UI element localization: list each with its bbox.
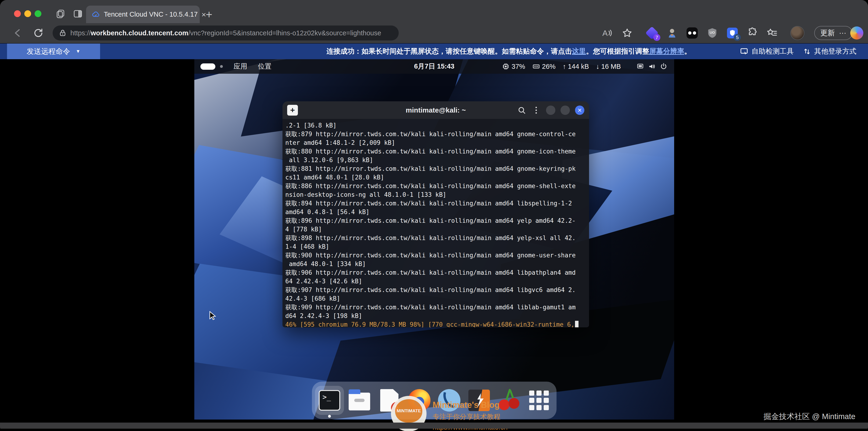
new-tab-button[interactable]: + <box>206 8 212 21</box>
dock-app-grid-icon[interactable] <box>527 389 551 412</box>
close-tab-icon[interactable]: × <box>202 10 206 19</box>
address-bar[interactable]: https://workbench.cloud.tencent.com/vnc?… <box>53 26 399 40</box>
terminal-line: 获取:907 http://mirror.twds.com.tw/kali ka… <box>285 286 586 294</box>
net-down-indicator[interactable]: ↓ 16 MB <box>596 63 621 70</box>
memory-icon <box>532 62 540 70</box>
refresh-icon[interactable] <box>33 27 44 38</box>
resolution-link[interactable]: 屏幕分辨率 <box>649 47 684 56</box>
favorite-star-icon[interactable] <box>622 27 633 38</box>
copilot-icon[interactable] <box>850 26 863 39</box>
apt-progress-line: 46% [595 chromium 76.9 MB/78.3 MB 98%] [… <box>285 320 586 327</box>
extension-bitwarden-icon[interactable]: 5 <box>726 27 739 39</box>
terminal-line: .2-1 [36.8 kB] <box>285 121 586 130</box>
workspace-dot[interactable] <box>220 65 223 68</box>
profile-avatar[interactable] <box>790 26 804 40</box>
read-aloud-icon[interactable]: A <box>601 27 613 38</box>
extension-badge: 5 <box>734 34 741 41</box>
vnc-viewport[interactable]: 应用 位置 6月7日 15:43 37% 26% ↑ 144 kB ↓ <box>194 59 674 420</box>
extension-dark-icon[interactable] <box>686 27 698 39</box>
tab-title: Tencent Cloud VNC - 10.5.4.17 <box>104 10 197 18</box>
terminal-line: 64 2.42.4-3 [42.6 kB] <box>285 277 586 286</box>
terminal-cursor <box>575 321 579 327</box>
send-remote-command-button[interactable]: 发送远程命令 ▼ <box>7 44 100 59</box>
net-up-indicator[interactable]: ↑ 144 kB <box>563 63 589 70</box>
terminal-line: 42.4-3 [686 kB] <box>285 294 586 303</box>
tencent-cloud-favicon <box>91 10 100 19</box>
terminal-line: amd64 48.0-1 [334 kB] <box>285 260 586 268</box>
terminal-line: d64 2.42.4-3 [198 kB] <box>285 312 586 320</box>
extension-ublock-icon[interactable]: UO <box>706 27 718 39</box>
collections-icon[interactable] <box>766 27 777 38</box>
back-icon[interactable] <box>12 27 23 38</box>
juejin-credit: 掘金技术社区 @ Mintimate <box>764 411 856 422</box>
terminal-window[interactable]: + mintimate@kali: ~ × .2-1 [36.8 kB]获取:8… <box>282 101 589 327</box>
chevron-down-icon: ▼ <box>76 49 81 54</box>
terminal-line: 获取:879 http://mirror.twds.com.tw/kali ka… <box>285 130 586 139</box>
cpu-indicator[interactable]: 37% <box>502 62 525 70</box>
terminal-title: mintimate@kali: ~ <box>406 106 466 114</box>
volume-icon[interactable] <box>648 62 656 70</box>
terminal-line: 获取:886 http://mirror.twds.com.tw/kali ka… <box>285 182 586 191</box>
terminal-line: 获取:881 http://mirror.twds.com.tw/kali ka… <box>285 165 586 173</box>
running-indicator-dot <box>328 415 331 418</box>
paste-here-link[interactable]: 这里 <box>572 47 586 56</box>
url-text: https://workbench.cloud.tencent.com/vnc?… <box>70 29 381 37</box>
svg-text:UO: UO <box>710 30 715 34</box>
update-label: 更新 <box>820 28 835 38</box>
terminal-new-tab-icon[interactable]: + <box>287 105 298 116</box>
search-icon[interactable] <box>517 106 526 115</box>
terminal-line: amd64 0.4.8-1 [56.4 kB] <box>285 208 586 217</box>
browser-toolbar: https://workbench.cloud.tencent.com/vnc?… <box>0 23 868 43</box>
extensions-puzzle-icon[interactable] <box>746 27 757 38</box>
connection-banner: 发送远程命令 ▼ 连接成功：如果长时间处于黑屏状态，请按任意键唤醒。如需粘贴命令… <box>0 44 868 59</box>
up-arrow-icon: ↑ <box>563 63 566 70</box>
terminal-line: nsion-desktop-icons-ng all 48.1.0-1 [133… <box>285 191 586 199</box>
terminal-line: 获取:880 http://mirror.twds.com.tw/kali ka… <box>285 147 586 156</box>
terminal-output[interactable]: .2-1 [36.8 kB]获取:879 http://mirror.twds.… <box>282 119 589 327</box>
terminal-line: nter amd64 1:48.1-2 [2,009 kB] <box>285 139 586 147</box>
dock-files-icon[interactable] <box>348 389 371 412</box>
more-menu-icon[interactable]: ··· <box>839 29 846 37</box>
kali-activities-pill[interactable] <box>200 63 215 70</box>
switch-icon <box>803 48 811 55</box>
connection-message: 连接成功：如果长时间处于黑屏状态，请按任意键唤醒。如需粘贴命令，请点击这里。您可… <box>327 44 691 59</box>
terminal-line: all 3.12.0-6 [9,863 kB] <box>285 156 586 165</box>
tab-bar: Tencent Cloud VNC - 10.5.4.17 × + <box>0 0 868 23</box>
minimize-button[interactable] <box>546 106 555 115</box>
zoom-window-button[interactable] <box>35 10 41 17</box>
extension-monkey-icon[interactable] <box>666 27 678 39</box>
self-check-tool-button[interactable]: 自助检测工具 <box>740 47 794 56</box>
cpu-icon <box>502 62 510 70</box>
memory-indicator[interactable]: 26% <box>532 62 556 70</box>
svg-text:A: A <box>602 29 608 37</box>
close-button[interactable]: × <box>575 106 584 115</box>
display-icon[interactable] <box>636 62 644 70</box>
power-icon[interactable] <box>660 62 668 70</box>
maximize-button[interactable] <box>560 106 570 115</box>
sidebar-toggle-icon[interactable] <box>73 9 83 19</box>
update-button[interactable]: 更新 ··· <box>814 26 852 40</box>
menu-kebab-icon[interactable] <box>531 106 541 115</box>
terminal-line: 4 [778 kB] <box>285 225 586 234</box>
menu-places[interactable]: 位置 <box>258 62 272 71</box>
kali-top-bar: 应用 位置 6月7日 15:43 37% 26% ↑ 144 kB ↓ <box>194 59 674 74</box>
other-login-button[interactable]: 其他登录方式 <box>803 47 856 56</box>
extension-pin-icon[interactable]: 7 <box>646 27 658 39</box>
watermark-subtitle: 专注于你分享技术教程 <box>433 412 508 422</box>
terminal-line: 获取:898 http://mirror.twds.com.tw/kali ka… <box>285 234 586 242</box>
clock[interactable]: 6月7日 15:43 <box>414 62 455 71</box>
dock-terminal-icon[interactable]: >_ <box>318 389 341 412</box>
terminal-line: 获取:896 http://mirror.twds.com.tw/kali ka… <box>285 217 586 225</box>
close-window-button[interactable] <box>14 10 21 17</box>
diagnose-icon <box>740 47 748 56</box>
mouse-cursor <box>208 310 218 321</box>
tab-overview-icon[interactable] <box>56 9 65 19</box>
active-tab[interactable]: Tencent Cloud VNC - 10.5.4.17 × <box>86 6 200 23</box>
minimize-window-button[interactable] <box>24 10 31 17</box>
terminal-line: 1-4 [468 kB] <box>285 242 586 251</box>
lock-icon <box>59 29 67 37</box>
terminal-line: 获取:909 http://mirror.twds.com.tw/kali ka… <box>285 303 586 312</box>
menu-applications[interactable]: 应用 <box>234 62 247 71</box>
terminal-titlebar[interactable]: + mintimate@kali: ~ × <box>282 101 589 119</box>
extension-badge: 7 <box>653 34 660 41</box>
